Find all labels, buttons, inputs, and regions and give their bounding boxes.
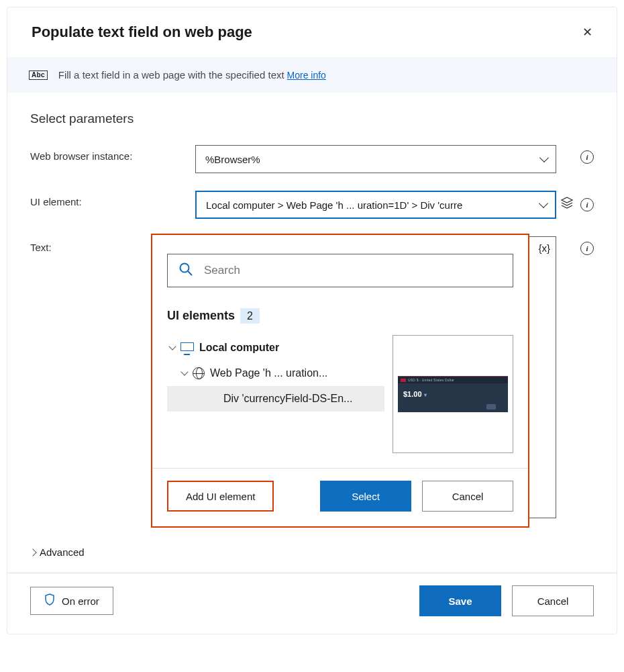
info-description: Fill a text field in a web page with the… [58,69,284,81]
search-icon [178,262,193,280]
close-icon[interactable]: ✕ [577,22,598,42]
param-row-ui-element: UI element: Local computer > Web Page 'h… [30,191,594,219]
add-ui-element-button[interactable]: Add UI element [167,481,274,512]
panel-cancel-button[interactable]: Cancel [422,481,513,512]
layers-icon[interactable] [560,196,574,213]
save-button[interactable]: Save [419,585,501,616]
variable-picker[interactable]: {x} [538,242,550,254]
select-button[interactable]: Select [320,481,411,512]
info-icon[interactable]: i [580,150,594,164]
browser-dropdown[interactable]: %Browser% [195,145,556,173]
on-error-button[interactable]: On error [30,587,113,615]
advanced-toggle[interactable]: Advanced [7,542,617,573]
info-icon[interactable]: i [580,198,594,211]
param-row-browser: Web browser instance: %Browser% i [30,145,594,173]
info-bar: Abc Fill a text field in a web page with… [7,57,617,93]
chevron-down-icon [168,342,176,350]
ui-element-dropdown[interactable]: Local computer > Web Page 'h ... uration… [195,191,556,219]
more-info-link[interactable]: More info [287,70,326,81]
tree-node-local-computer[interactable]: Local computer [167,335,384,361]
ui-element-label: UI element: [30,191,195,207]
search-box[interactable] [167,254,513,287]
ui-element-tree: Local computer Web Page 'h ... uration..… [167,335,384,453]
svg-point-0 [180,263,189,272]
chevron-right-icon [29,548,36,556]
globe-icon [193,367,205,379]
svg-line-1 [188,271,192,275]
dialog-footer: On error Save Cancel [7,573,617,634]
ui-element-picker-panel: UI elements2 Local computer Web Page 'h … [151,234,529,528]
tree-node-div-currency[interactable]: Div 'currencyField-DS-En... [167,386,384,412]
shield-icon [44,593,55,608]
dialog-title: Populate text field on web page [32,23,252,41]
browser-label: Web browser instance: [30,145,195,162]
info-icon[interactable]: i [580,242,594,255]
ui-element-value: Local computer > Web Page 'h ... uration… [206,199,462,211]
panel-heading: UI elements2 [167,309,513,323]
count-badge: 2 [240,308,260,324]
cancel-button[interactable]: Cancel [512,585,594,616]
chevron-down-icon [539,154,549,164]
dialog-header: Populate text field on web page ✕ [7,7,617,57]
element-preview: USD $ - United States Dollar $1.00▾ [393,335,513,453]
section-title: Select parameters [30,111,594,126]
tree-node-web-page[interactable]: Web Page 'h ... uration... [167,361,384,386]
search-input[interactable] [203,263,502,278]
chevron-down-icon [539,200,548,209]
computer-icon [180,342,194,353]
chevron-down-icon [180,368,188,375]
dialog: Populate text field on web page ✕ Abc Fi… [7,7,617,634]
browser-value: %Browser% [205,154,260,165]
textfield-icon: Abc [29,70,48,80]
